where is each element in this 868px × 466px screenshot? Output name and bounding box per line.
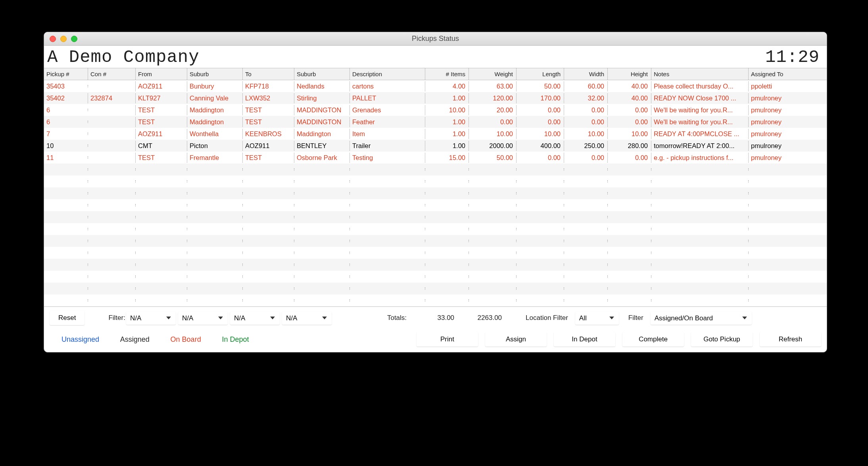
col-suburb1[interactable]: Suburb (187, 68, 242, 80)
pickups-grid: Pickup # Con # From Suburb To Suburb Des… (44, 68, 827, 307)
col-suburb2[interactable]: Suburb (294, 68, 350, 80)
cell-suburb2 (294, 299, 350, 302)
col-pickup[interactable]: Pickup # (44, 68, 88, 80)
cell-to (242, 204, 294, 206)
close-window-button[interactable] (50, 36, 56, 42)
cell-height (607, 168, 651, 171)
col-height[interactable]: Height (607, 68, 651, 80)
cell-suburb2 (294, 192, 350, 194)
cell-pickup: 6 (44, 105, 88, 115)
table-row[interactable]: 11TESTFremantleTESTOsborne ParkTesting15… (44, 152, 827, 164)
cell-suburb1 (187, 252, 242, 254)
cell-from (135, 192, 187, 194)
cell-width: 32.00 (564, 93, 607, 103)
cell-length (516, 192, 564, 194)
cell-pickup (44, 228, 88, 230)
cell-length (516, 168, 564, 171)
cell-con (88, 275, 135, 278)
footer-filters-row: Reset Filter: N/A N/A N/A N/A Totals: 33… (50, 311, 821, 325)
col-from[interactable]: From (135, 68, 187, 80)
col-to[interactable]: To (242, 68, 294, 80)
cell-con (88, 192, 135, 194)
col-assigned[interactable]: Assigned To (748, 68, 796, 80)
table-row[interactable]: 35402232874KLT927Canning ValeLXW352Stirl… (44, 92, 827, 104)
table-row[interactable]: 6TESTMaddingtonTESTMADDINGTONFeather1.00… (44, 116, 827, 128)
cell-height (607, 275, 651, 278)
location-filter-select[interactable]: All (575, 312, 619, 325)
cell-pickup (44, 299, 88, 302)
totals-label: Totals: (387, 314, 407, 322)
cell-to: TEST (242, 117, 294, 127)
cell-desc (350, 192, 425, 194)
col-width[interactable]: Width (564, 68, 607, 80)
cell-desc (350, 240, 425, 242)
cell-height (607, 240, 651, 242)
refresh-button[interactable]: Refresh (760, 332, 821, 347)
cell-desc (350, 216, 425, 218)
zoom-window-button[interactable] (71, 36, 77, 42)
cell-from: CMT (135, 141, 187, 151)
footer: Reset Filter: N/A N/A N/A N/A Totals: 33… (44, 307, 827, 352)
print-button[interactable]: Print (417, 332, 478, 347)
cell-suburb1 (187, 240, 242, 242)
cell-suburb2: Osborne Park (294, 153, 350, 163)
cell-weight (469, 180, 516, 183)
cell-con (88, 216, 135, 218)
table-row (44, 175, 827, 187)
col-desc[interactable]: Description (350, 68, 425, 80)
table-row[interactable]: 10CMTPictonAOZ911BENTLEYTrailer1.002000.… (44, 140, 827, 152)
cell-items (425, 168, 469, 171)
cell-length (516, 264, 564, 266)
reset-button[interactable]: Reset (50, 311, 84, 325)
cell-from (135, 180, 187, 183)
table-row[interactable]: 7AOZ911WonthellaKEENBROSMaddingtonItem1.… (44, 128, 827, 140)
cell-items: 1.00 (425, 141, 469, 151)
col-weight[interactable]: Weight (469, 68, 516, 80)
cell-suburb1: Maddington (187, 105, 242, 115)
minimize-window-button[interactable] (60, 36, 67, 42)
cell-con (88, 240, 135, 242)
cell-to (242, 299, 294, 302)
cell-suburb2 (294, 264, 350, 266)
table-row (44, 223, 827, 235)
cell-pickup (44, 168, 88, 171)
filter-4-select[interactable]: N/A (282, 312, 332, 325)
col-notes[interactable]: Notes (651, 68, 748, 80)
totals-items: 33.00 (419, 314, 454, 322)
cell-weight (469, 252, 516, 254)
in-depot-button[interactable]: In Depot (554, 332, 615, 347)
table-row[interactable]: 6TESTMaddingtonTESTMADDINGTONGrenades10.… (44, 104, 827, 116)
complete-button[interactable]: Complete (622, 332, 684, 347)
cell-suburb1 (187, 275, 242, 278)
cell-assigned (748, 204, 796, 206)
filter-1-select[interactable]: N/A (126, 312, 176, 325)
col-length[interactable]: Length (516, 68, 564, 80)
status-filter-select[interactable]: Assigned/On Board (651, 312, 752, 325)
legend-unassigned: Unassigned (61, 335, 99, 343)
table-row[interactable]: 35403AOZ911BunburyKFP718Nedlandscartons4… (44, 80, 827, 92)
cell-length: 400.00 (516, 141, 564, 151)
cell-suburb2 (294, 287, 350, 290)
filter-2-select[interactable]: N/A (178, 312, 228, 325)
cell-height (607, 264, 651, 266)
cell-items (425, 192, 469, 194)
cell-notes (651, 228, 748, 230)
cell-notes (651, 192, 748, 194)
table-row (44, 164, 827, 175)
cell-con: 232874 (88, 93, 135, 103)
cell-width (564, 204, 607, 206)
cell-from: TEST (135, 105, 187, 115)
cell-height: 280.00 (607, 141, 651, 151)
cell-suburb1 (187, 287, 242, 290)
cell-desc: PALLET (350, 93, 425, 103)
col-con[interactable]: Con # (88, 68, 135, 80)
goto-pickup-button[interactable]: Goto Pickup (691, 332, 753, 347)
assign-button[interactable]: Assign (485, 332, 547, 347)
cell-height (607, 180, 651, 183)
col-items[interactable]: # Items (425, 68, 469, 80)
cell-to (242, 192, 294, 194)
company-banner: A Demo Company 11:29 (44, 46, 827, 68)
cell-to (242, 264, 294, 266)
cell-from: AOZ911 (135, 129, 187, 139)
filter-3-select[interactable]: N/A (230, 312, 280, 325)
